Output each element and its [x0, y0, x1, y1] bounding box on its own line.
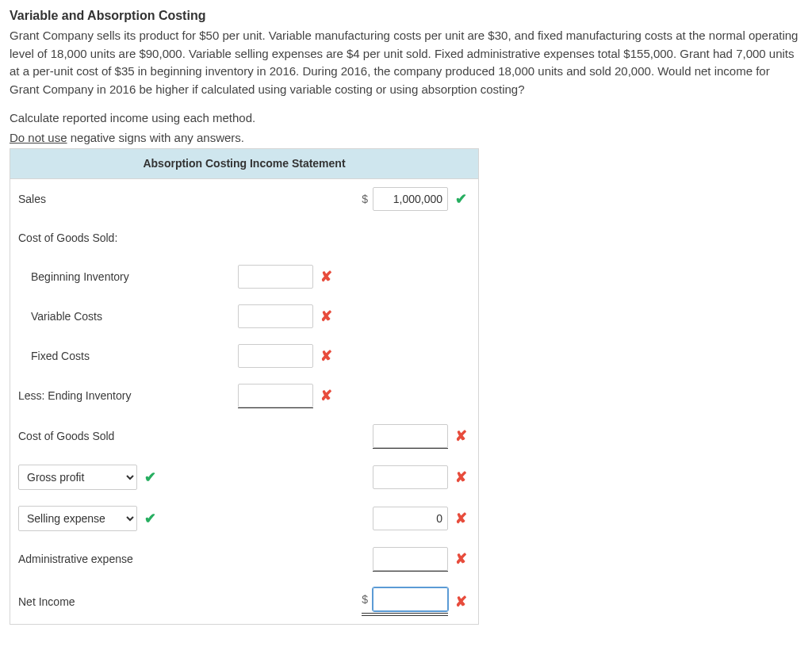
gross-profit-input[interactable] — [373, 465, 448, 489]
cross-icon: ✘ — [451, 591, 470, 613]
instruction-emphasis: Do not use — [10, 131, 67, 144]
net-income-label: Net Income — [18, 594, 224, 610]
row-sales: Sales $ ✔ — [10, 179, 478, 219]
cross-icon: ✘ — [451, 508, 470, 530]
instruction-suffix: negative signs with any answers. — [67, 131, 244, 144]
sales-label: Sales — [18, 191, 224, 208]
sales-input[interactable] — [373, 187, 448, 211]
row-selling-expense: Selling expense ✔ ✘ — [10, 498, 478, 539]
fixed-costs-input[interactable] — [238, 344, 313, 368]
variable-costs-label: Variable Costs — [18, 308, 224, 325]
instruction-line-2: Do not use negative signs with any answe… — [10, 129, 802, 147]
check-icon: ✔ — [451, 189, 470, 210]
cross-icon: ✘ — [451, 467, 470, 488]
row-beginning-inventory: Beginning Inventory ✘ — [10, 257, 478, 296]
row-variable-costs: Variable Costs ✘ — [10, 296, 478, 336]
fixed-costs-label: Fixed Costs — [18, 348, 224, 365]
less-ending-label: Less: Ending Inventory — [18, 388, 224, 404]
cogs-header-label: Cost of Goods Sold: — [18, 230, 224, 247]
gross-profit-select[interactable]: Gross profit — [18, 465, 137, 490]
row-net-income: Net Income $ ✘ — [10, 580, 478, 624]
cogs-total-label: Cost of Goods Sold — [18, 428, 224, 445]
table-header: Absorption Costing Income Statement — [10, 149, 478, 179]
row-cogs-total: Cost of Goods Sold ✘ — [10, 416, 478, 457]
cross-icon: ✘ — [316, 266, 335, 288]
income-statement-table: Absorption Costing Income Statement Sale… — [10, 148, 479, 625]
admin-expense-input[interactable] — [373, 547, 448, 571]
admin-expense-label: Administrative expense — [18, 551, 224, 568]
selling-expense-input[interactable] — [373, 507, 448, 530]
cross-icon: ✘ — [451, 426, 470, 447]
dollar-sign: $ — [362, 591, 368, 608]
row-gross-profit: Gross profit ✔ ✘ — [10, 457, 478, 498]
less-ending-input[interactable] — [238, 384, 313, 407]
check-icon: ✔ — [140, 508, 159, 530]
row-less-ending-inventory: Less: Ending Inventory ✘ — [10, 376, 478, 416]
cross-icon: ✘ — [316, 306, 335, 327]
page-title: Variable and Absorption Costing — [10, 6, 802, 25]
cross-icon: ✘ — [451, 549, 470, 570]
variable-costs-input[interactable] — [238, 304, 313, 328]
selling-expense-select[interactable]: Selling expense — [18, 506, 137, 531]
check-icon: ✔ — [140, 467, 159, 488]
row-cogs-header: Cost of Goods Sold: — [10, 219, 478, 257]
cross-icon: ✘ — [316, 346, 335, 367]
cross-icon: ✘ — [316, 385, 335, 407]
row-fixed-costs: Fixed Costs ✘ — [10, 336, 478, 376]
dollar-sign: $ — [362, 191, 368, 208]
cogs-total-input[interactable] — [373, 424, 448, 448]
row-admin-expense: Administrative expense ✘ — [10, 539, 478, 580]
net-income-input[interactable] — [373, 587, 448, 611]
instruction-line-1: Calculate reported income using each met… — [10, 109, 802, 128]
beginning-inventory-input[interactable] — [238, 265, 313, 289]
beginning-inventory-label: Beginning Inventory — [18, 269, 224, 285]
problem-text: Grant Company sells its product for $50 … — [10, 27, 802, 98]
